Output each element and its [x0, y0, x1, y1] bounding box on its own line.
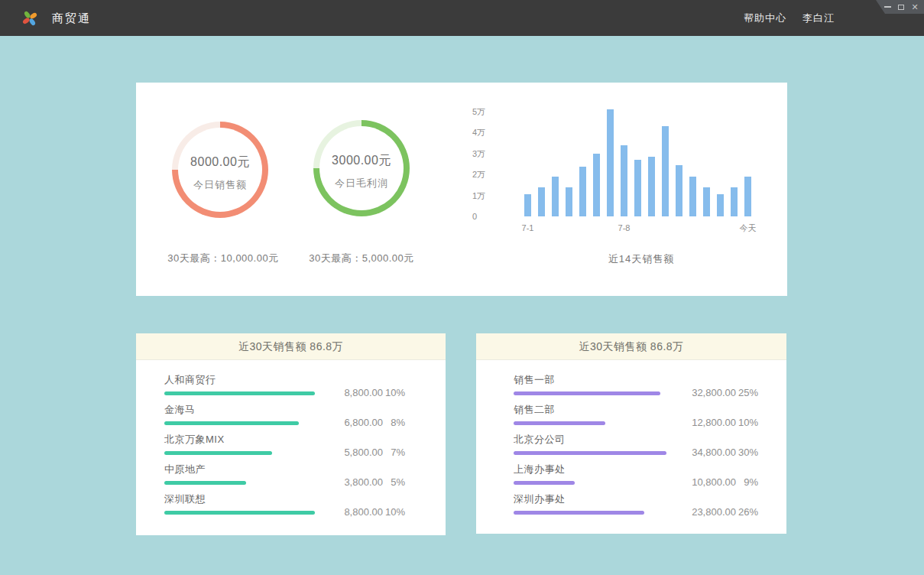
item-name: 深圳联想 — [164, 493, 317, 505]
item-bar — [164, 481, 246, 485]
x-axis-tick-label: 今天 — [740, 223, 757, 233]
bar-chart-bar — [648, 157, 655, 216]
x-axis-tick-label: 7-1 — [522, 223, 534, 233]
ranking-row: 北京万象MIX5,800.007% — [164, 434, 405, 455]
item-bar — [164, 511, 315, 515]
bar-chart-plot — [524, 106, 758, 216]
department-ranking-list: 销售一部32,800.0025%销售二部12,800.0010%北京分公司34,… — [476, 360, 786, 515]
bar-chart-bar — [662, 126, 669, 216]
department-ranking-card: 近30天销售额 86.8万 销售一部32,800.0025%销售二部12,800… — [476, 333, 786, 534]
y-axis-tick-label: 0 — [472, 211, 503, 222]
bar-chart-bar — [552, 177, 559, 216]
ranking-row: 中原地产3,800.005% — [164, 463, 405, 485]
ranking-row: 深圳联想8,800.0010% — [164, 493, 405, 515]
item-bar — [164, 421, 299, 425]
ranking-row: 人和商贸行8,800.0010% — [164, 374, 405, 395]
customer-panel-title: 近30天销售额 86.8万 — [136, 333, 446, 360]
item-name: 人和商贸行 — [164, 374, 317, 386]
today-profit-ring-center: 3000.00元 今日毛利润 — [319, 126, 404, 210]
today-sales-ring: 8000.00元 今日销售额 — [172, 122, 268, 218]
x-axis-tick-label: 7-8 — [618, 223, 631, 233]
top-nav: 帮助中心 李白江 — [744, 0, 835, 36]
ranking-row: 深圳办事处23,800.0026% — [514, 493, 758, 515]
ranking-row: 金海马6,800.008% — [164, 404, 405, 425]
bar-chart-bar — [566, 187, 572, 217]
bar-chart-bar — [593, 154, 600, 217]
maximize-icon[interactable] — [897, 3, 905, 11]
item-value: 10,800.00 — [666, 476, 736, 488]
item-value: 34,800.00 — [666, 447, 736, 458]
item-name: 金海马 — [164, 404, 317, 416]
titlebar: 商贸通 帮助中心 李白江 ✕ — [0, 0, 924, 36]
item-percent: 10% — [736, 417, 758, 428]
item-bar — [164, 451, 272, 455]
customer-ranking-card: 近30天销售额 86.8万 人和商贸行8,800.0010%金海马6,800.0… — [136, 333, 446, 535]
customer-ranking-list: 人和商贸行8,800.0010%金海马6,800.008%北京万象MIX5,80… — [136, 360, 446, 515]
bar-chart-bar — [524, 194, 531, 216]
nav-user-name[interactable]: 李白江 — [802, 11, 835, 25]
bar-chart-title: 近14天销售额 — [524, 252, 758, 266]
y-axis-tick-label: 4万 — [472, 127, 503, 138]
bar-chart-bar — [717, 194, 724, 216]
item-percent: 30% — [736, 447, 758, 458]
item-percent: 5% — [383, 476, 405, 488]
close-icon[interactable]: ✕ — [911, 3, 919, 11]
bar-chart-bar — [538, 187, 545, 217]
bar-chart-bar — [634, 160, 641, 216]
item-value: 5,800.00 — [317, 447, 383, 458]
item-name: 销售二部 — [514, 404, 666, 416]
y-axis-tick-label: 1万 — [472, 190, 503, 201]
today-sales-value: 8000.00元 — [190, 154, 250, 171]
item-percent: 10% — [383, 387, 405, 398]
ranking-row: 北京分公司34,800.0030% — [514, 434, 758, 455]
item-percent: 8% — [383, 417, 405, 428]
item-percent: 25% — [736, 387, 758, 398]
today-profit-label: 今日毛利润 — [335, 177, 388, 190]
bar-chart-bar — [676, 165, 682, 216]
item-value: 8,800.00 — [317, 506, 383, 518]
item-value: 8,800.00 — [317, 387, 383, 398]
item-bar — [164, 391, 315, 395]
y-axis-tick-label: 2万 — [472, 169, 503, 180]
item-bar — [514, 421, 605, 425]
item-percent: 10% — [383, 506, 405, 518]
bar-chart-bar — [579, 167, 586, 216]
profit-30day-max-note: 30天最高：5,000.00元 — [277, 252, 446, 265]
item-name: 深圳办事处 — [514, 493, 666, 505]
item-percent: 26% — [736, 506, 758, 518]
y-axis-tick-label: 3万 — [472, 148, 503, 159]
item-bar — [514, 391, 660, 395]
today-profit-value: 3000.00元 — [332, 153, 391, 169]
item-bar — [514, 511, 644, 515]
today-profit-ring: 3000.00元 今日毛利润 — [313, 120, 410, 216]
summary-card: 8000.00元 今日销售额 30天最高：10,000.00元 3000.00元… — [136, 83, 787, 296]
item-bar — [514, 481, 575, 485]
app-title: 商贸通 — [52, 0, 91, 36]
window-controls: ✕ — [876, 0, 924, 14]
y-axis-tick-label: 5万 — [472, 106, 503, 117]
item-name: 北京分公司 — [514, 434, 666, 446]
ranking-row: 上海办事处10,800.009% — [514, 463, 758, 485]
today-sales-ring-center: 8000.00元 今日销售额 — [178, 128, 262, 212]
department-panel-title: 近30天销售额 86.8万 — [476, 333, 786, 360]
minimize-icon[interactable] — [883, 3, 891, 11]
ranking-row: 销售二部12,800.0010% — [514, 404, 758, 425]
bar-chart-bar — [744, 177, 751, 216]
item-percent: 7% — [383, 447, 405, 458]
nav-help-center[interactable]: 帮助中心 — [744, 11, 786, 25]
item-name: 上海办事处 — [514, 463, 666, 476]
today-sales-label: 今日销售额 — [193, 178, 247, 192]
bar-chart-bar — [731, 187, 738, 217]
item-value: 6,800.00 — [317, 417, 383, 428]
item-bar — [514, 451, 666, 455]
item-name: 北京万象MIX — [164, 434, 317, 446]
item-value: 3,800.00 — [317, 476, 383, 488]
item-name: 销售一部 — [514, 374, 666, 386]
item-value: 12,800.00 — [666, 417, 736, 428]
bar-chart-bar — [689, 177, 696, 216]
bar-chart-bar — [621, 145, 627, 217]
sales-14day-bar-chart: 近14天销售额 01万2万3万4万5万7-17-8今天 — [472, 106, 770, 281]
ranking-row: 销售一部32,800.0025% — [514, 374, 758, 395]
app-logo-icon — [21, 10, 38, 27]
bar-chart-bar — [607, 109, 614, 216]
